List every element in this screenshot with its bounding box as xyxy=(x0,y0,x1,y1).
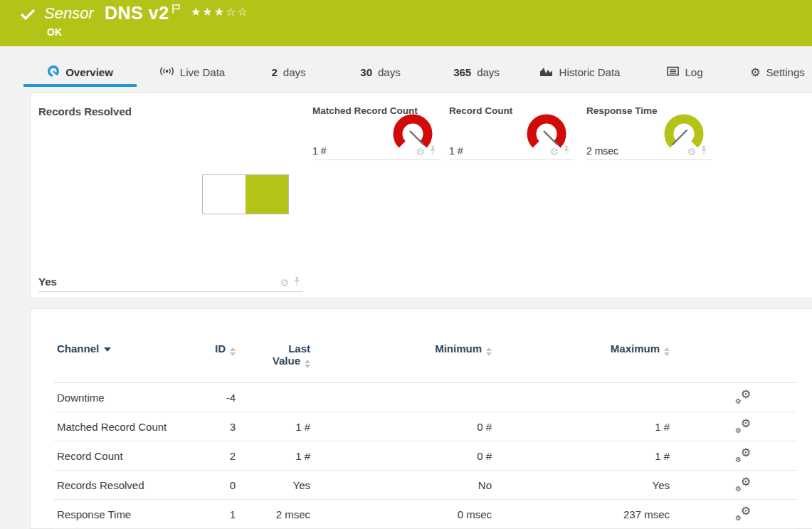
panel-gear-icon[interactable]: ⚙ xyxy=(687,147,696,157)
channel-settings-gears-icon[interactable]: ⚙⚙ xyxy=(735,419,751,434)
table-header-row: Channel ID Last Value Minimum Maximum xyxy=(54,309,797,383)
panel-gear-icon[interactable]: ⚙ xyxy=(416,147,425,157)
table-row-records-resolved[interactable]: Records Resolved 0 Yes No Yes ⚙⚙ xyxy=(54,471,797,500)
gauge-panel-matched-record-count: Matched Record Count 1 # ⚙ xyxy=(312,105,441,160)
gear-icon: ⚙ xyxy=(750,67,760,78)
cell-minimum: 0 msec xyxy=(310,508,492,520)
tab-live-data-label: Live Data xyxy=(180,66,225,78)
sort-arrows-icon xyxy=(230,347,236,356)
status-check-icon xyxy=(20,8,36,23)
tab-2-days-number: 2 xyxy=(271,66,277,78)
cell-maximum: 1 # xyxy=(492,421,670,433)
cell-minimum: 0 # xyxy=(310,450,492,462)
header-id[interactable]: ID xyxy=(189,342,236,356)
channel-settings-gears-icon[interactable]: ⚙⚙ xyxy=(735,478,751,492)
tab-settings[interactable]: ⚙ Settings xyxy=(740,61,812,84)
object-type-label: Sensor xyxy=(44,4,94,23)
cell-channel: Record Count xyxy=(54,450,189,462)
cell-channel: Downtime xyxy=(54,392,189,404)
pin-icon[interactable] xyxy=(293,276,300,289)
records-resolved-panel: Records Resolved Yes ⚙ xyxy=(38,105,303,292)
tab-365-days-number: 365 xyxy=(453,66,471,78)
priority-stars[interactable]: ★★★☆☆ xyxy=(191,5,249,19)
table-row-downtime[interactable]: Downtime -4 ⚙⚙ xyxy=(54,383,797,412)
cell-maximum: 237 msec xyxy=(492,508,670,520)
log-icon xyxy=(667,66,679,78)
header-minimum[interactable]: Minimum xyxy=(310,342,492,356)
sort-arrows-icon xyxy=(486,347,492,356)
cell-last-value: 1 # xyxy=(236,450,310,462)
tab-historic-data[interactable]: Historic Data xyxy=(530,61,630,84)
tab-log-label: Log xyxy=(685,66,702,78)
broadcast-icon xyxy=(159,66,174,79)
cell-maximum: Yes xyxy=(492,479,670,491)
cell-id: 1 xyxy=(189,508,236,520)
sort-arrows-icon xyxy=(305,360,310,368)
header-last-value[interactable]: Last Value xyxy=(236,342,310,368)
cell-channel: Records Resolved xyxy=(54,479,189,491)
tab-overview[interactable]: Overview xyxy=(23,61,137,84)
gauge-panel-record-count: Record Count 1 # ⚙ xyxy=(449,105,574,160)
gauge-icon xyxy=(47,65,60,80)
channels-card: Channel ID Last Value Minimum Maximum xyxy=(30,308,812,529)
gauge-value: 2 msec xyxy=(586,145,618,157)
cell-maximum: 1 # xyxy=(492,450,670,462)
panel-gear-icon[interactable]: ⚙ xyxy=(549,147,559,157)
pin-icon[interactable] xyxy=(700,145,707,158)
overview-card: Records Resolved Yes ⚙ Matched Record Co… xyxy=(30,93,812,298)
tab-log[interactable]: Log xyxy=(658,61,712,84)
tab-live-data[interactable]: Live Data xyxy=(146,61,238,84)
sensor-name: DNS v2 xyxy=(105,3,169,23)
cell-last-value: 2 msec xyxy=(236,508,310,520)
gauge-value: 1 # xyxy=(449,145,463,157)
sensor-overview-page: Sensor DNS v2 ★★★☆☆ OK Overview xyxy=(0,0,812,529)
sort-caret-down-icon xyxy=(104,347,111,352)
cell-channel: Matched Record Count xyxy=(54,421,189,433)
records-resolved-chart xyxy=(202,174,289,214)
tab-2-days-label: days xyxy=(283,66,306,78)
cell-last-value: 1 # xyxy=(236,421,310,433)
tab-30-days[interactable]: 30 days xyxy=(350,61,411,84)
table-row-matched-record-count[interactable]: Matched Record Count 3 1 # 0 # 1 # ⚙⚙ xyxy=(54,412,797,441)
table-row-record-count[interactable]: Record Count 2 1 # 0 # 1 # ⚙⚙ xyxy=(54,441,797,471)
tab-2-days[interactable]: 2 days xyxy=(262,61,315,84)
cell-last-value: Yes xyxy=(236,479,310,491)
cell-minimum: No xyxy=(310,479,492,491)
cell-minimum: 0 # xyxy=(310,421,492,433)
channel-settings-gears-icon[interactable]: ⚙⚙ xyxy=(735,449,751,463)
channel-table: Channel ID Last Value Minimum Maximum xyxy=(54,309,797,529)
header-channel[interactable]: Channel xyxy=(54,342,189,355)
gauge-panel-response-time: Response Time 2 msec ⚙ xyxy=(586,105,712,160)
header-maximum[interactable]: Maximum xyxy=(492,342,670,356)
tab-overview-label: Overview xyxy=(65,66,113,78)
pin-icon[interactable] xyxy=(429,145,436,158)
tab-365-days-label: days xyxy=(477,66,500,78)
panel-title: Records Resolved xyxy=(38,105,303,117)
status-badge: OK xyxy=(47,26,62,38)
sensor-header: Sensor DNS v2 ★★★☆☆ OK xyxy=(0,0,812,46)
tab-30-days-label: days xyxy=(378,66,401,78)
tab-settings-label: Settings xyxy=(766,66,805,78)
cell-id: -4 xyxy=(189,392,236,404)
table-row-response-time[interactable]: Response Time 1 2 msec 0 msec 237 msec ⚙… xyxy=(54,500,797,529)
channel-settings-gears-icon[interactable]: ⚙⚙ xyxy=(735,390,751,404)
cell-id: 3 xyxy=(189,421,236,433)
gauge-value: 1 # xyxy=(312,145,326,157)
area-chart-icon xyxy=(540,66,554,79)
channel-settings-gears-icon[interactable]: ⚙⚙ xyxy=(735,507,751,521)
tab-30-days-number: 30 xyxy=(360,66,372,78)
tab-365-days[interactable]: 365 days xyxy=(443,61,510,84)
pin-icon[interactable] xyxy=(563,145,570,158)
cell-channel: Response Time xyxy=(54,508,189,520)
sort-arrows-icon xyxy=(664,347,670,356)
records-resolved-value: Yes xyxy=(38,276,57,288)
panel-gear-icon[interactable]: ⚙ xyxy=(280,278,289,288)
tab-bar: Overview Live Data 2 days 30 days 365 da… xyxy=(0,61,812,84)
cell-id: 0 xyxy=(189,479,236,491)
cell-id: 2 xyxy=(189,450,236,462)
tab-historic-data-label: Historic Data xyxy=(559,66,621,78)
flag-icon[interactable] xyxy=(172,4,181,17)
